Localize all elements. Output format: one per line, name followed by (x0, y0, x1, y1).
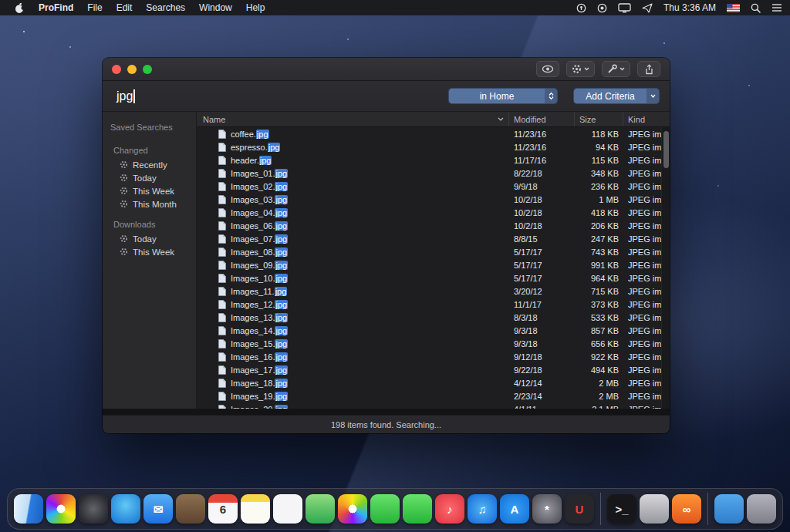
sidebar-item[interactable]: Today (103, 232, 196, 245)
modified-cell: 11/1/17 (509, 300, 575, 309)
table-row[interactable]: Images_18.jpg 4/12/14 2 MB JPEG ima (197, 376, 670, 389)
file-name-text: coffee. (231, 130, 256, 139)
column-header-size[interactable]: Size (575, 112, 623, 126)
size-cell: 236 KB (575, 182, 623, 191)
scrollbar-thumb[interactable] (663, 131, 669, 168)
notification-center-icon[interactable] (771, 3, 782, 12)
table-row[interactable]: Images_09.jpg 5/17/17 991 KB JPEG ima (197, 258, 670, 271)
safari-icon[interactable] (111, 494, 140, 524)
system-preferences-icon[interactable]: * (532, 494, 562, 524)
file-icon (218, 339, 226, 348)
title-bar[interactable] (103, 58, 670, 81)
modified-cell: 8/8/15 (509, 234, 575, 244)
ulysses-icon[interactable]: U (565, 494, 594, 524)
contacts-icon[interactable] (176, 494, 205, 524)
archive-utility-icon[interactable] (640, 494, 669, 524)
sidebar-item-label: Today (133, 234, 157, 244)
sidebar-item[interactable]: Today (103, 171, 196, 184)
display-icon[interactable] (618, 3, 631, 13)
table-row[interactable]: Images_19.jpg 2/23/14 2 MB JPEG ima (197, 389, 670, 402)
menu-help[interactable]: Help (239, 2, 272, 13)
close-button[interactable] (112, 65, 121, 74)
sidebar-item[interactable]: This Month (103, 197, 196, 210)
preview-eye-button[interactable] (536, 61, 559, 77)
table-row[interactable]: Images_01.jpg 8/22/18 348 KB JPEG ima (197, 167, 670, 180)
table-row[interactable]: Images_11.jpg 3/20/12 715 KB JPEG ima (197, 285, 670, 298)
file-icon (218, 379, 226, 388)
table-row[interactable]: Images_17.jpg 9/22/18 494 KB JPEG ima (197, 363, 670, 376)
table-row[interactable]: Images_16.jpg 9/12/18 922 KB JPEG ima (197, 350, 670, 363)
table-row[interactable]: header.jpg 11/17/16 115 KB JPEG ima (197, 153, 670, 167)
sidebar-item[interactable]: Recently (103, 158, 196, 171)
add-criteria-label: Add Criteria (574, 91, 647, 102)
keyhole-icon[interactable] (576, 3, 586, 13)
reminders-icon[interactable] (273, 494, 302, 524)
launchpad-icon[interactable] (79, 494, 108, 524)
calendar-icon[interactable]: 6 (208, 494, 238, 524)
table-row[interactable]: espresso.jpg 11/23/16 94 KB JPEG ima (197, 140, 670, 153)
numbers-icon[interactable] (306, 494, 335, 524)
table-row[interactable]: Images_04.jpg 10/2/18 418 KB JPEG ima (197, 206, 670, 219)
table-row[interactable]: Images_06.jpg 10/2/18 206 KB JPEG ima (197, 219, 670, 232)
sidebar-section-downloads: Downloads (103, 210, 196, 232)
saved-searches-label[interactable]: Saved Searches (103, 120, 196, 136)
file-icon (218, 326, 226, 335)
table-row[interactable]: Images_07.jpg 8/8/15 247 KB JPEG ima (197, 232, 670, 245)
paper-plane-icon[interactable] (642, 3, 653, 13)
apple-menu-icon[interactable] (8, 2, 32, 14)
table-row[interactable]: Images_03.jpg 10/2/18 1 MB JPEG ima (197, 193, 670, 206)
spotlight-search-icon[interactable] (751, 3, 761, 13)
size-cell: 743 KB (575, 247, 623, 257)
terminal-icon[interactable]: >_ (607, 494, 636, 524)
column-header-kind[interactable]: Kind (623, 112, 670, 126)
menu-file[interactable]: File (80, 2, 109, 13)
horizontal-scroll-track[interactable] (103, 409, 670, 415)
menu-bar-clock[interactable]: Thu 3:36 AM (663, 2, 716, 13)
action-gear-dropdown-button[interactable] (566, 61, 595, 77)
table-row[interactable]: Images_12.jpg 11/1/17 373 KB JPEG ima (197, 298, 670, 311)
profind-icon[interactable]: ∞ (672, 494, 701, 524)
column-header-name[interactable]: Name (197, 112, 509, 126)
column-name-label: Name (203, 115, 225, 124)
tools-wrench-dropdown-button[interactable] (602, 61, 630, 77)
column-header-modified[interactable]: Modified (509, 112, 575, 126)
table-row[interactable]: Images_08.jpg 5/17/17 743 KB JPEG ima (197, 245, 670, 258)
scope-dropdown[interactable]: in Home (448, 88, 558, 104)
share-button[interactable] (637, 61, 660, 77)
app-menu-title[interactable]: ProFind (32, 2, 80, 13)
table-row[interactable]: Images_15.jpg 9/3/18 656 KB JPEG ima (197, 337, 670, 350)
sidebar-item[interactable]: This Week (103, 184, 196, 197)
music-icon[interactable]: ♪ (435, 494, 464, 524)
sidebar-item[interactable]: This Week (103, 245, 196, 258)
trash-icon[interactable] (747, 494, 776, 524)
zoom-button[interactable] (143, 65, 152, 74)
us-flag-icon[interactable] (727, 4, 740, 12)
mail-icon[interactable]: ✉ (143, 494, 173, 524)
table-row[interactable]: Images_13.jpg 8/3/18 533 KB JPEG ima (197, 311, 670, 324)
table-row[interactable]: Images_02.jpg 9/9/18 236 KB JPEG ima (197, 180, 670, 193)
photos-icon[interactable] (338, 494, 367, 524)
minimize-button[interactable] (127, 65, 137, 74)
messages-icon[interactable] (370, 494, 400, 524)
status-text: 198 items found. Searching... (331, 420, 441, 429)
dock-apps-group: ✉ 6 (14, 494, 594, 524)
menu-window[interactable]: Window (192, 2, 239, 13)
menu-bar-extras: Thu 3:36 AM (576, 2, 790, 13)
finder-icon[interactable] (14, 494, 43, 524)
downloads-folder-icon[interactable] (714, 494, 744, 524)
facetime-icon[interactable] (403, 494, 432, 524)
search-input[interactable]: jpg (116, 89, 433, 103)
table-row[interactable]: Images_20.jpg 4/1/11 2.1 MB JPEG ima (197, 402, 670, 409)
itunes-icon[interactable]: ♫ (468, 494, 497, 524)
notes-icon[interactable] (241, 494, 270, 524)
siri-icon[interactable] (46, 494, 76, 524)
add-criteria-dropdown[interactable]: Add Criteria (573, 88, 660, 104)
app-store-icon[interactable]: A (500, 494, 529, 524)
table-row[interactable]: Images_14.jpg 9/3/18 857 KB JPEG ima (197, 324, 670, 337)
menu-edit[interactable]: Edit (110, 2, 140, 13)
table-row[interactable]: coffee.jpg 11/23/16 118 KB JPEG ima (197, 127, 670, 140)
menu-searches[interactable]: Searches (139, 2, 192, 13)
record-circle-icon[interactable] (597, 3, 607, 13)
vertical-scrollbar[interactable] (661, 127, 670, 409)
table-row[interactable]: Images_10.jpg 5/17/17 964 KB JPEG ima (197, 271, 670, 285)
